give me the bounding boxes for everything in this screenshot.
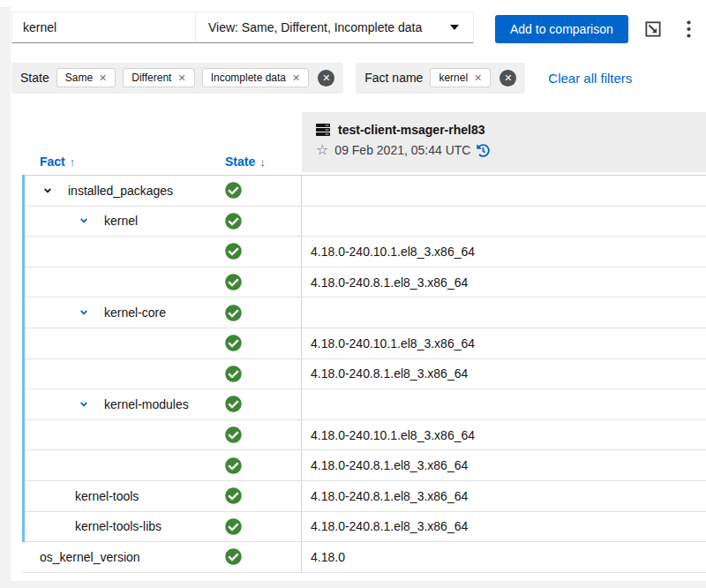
state-column-sort-header[interactable]: State ↓ xyxy=(225,148,302,175)
export-icon xyxy=(645,21,661,37)
page-gutter-bottom xyxy=(0,581,706,588)
fact-cell: kernel xyxy=(22,207,225,237)
table-row: 4.18.0-240.8.1.el8_3.x86_64 xyxy=(22,359,706,390)
expand-chevron-icon[interactable] xyxy=(79,215,89,226)
export-button[interactable] xyxy=(642,19,664,39)
same-state-check-icon xyxy=(225,243,242,260)
table-row: kernel-modules xyxy=(22,389,706,420)
fact-cell: kernel-core xyxy=(22,298,225,328)
fact-cell xyxy=(22,328,225,358)
value-cell: 4.18.0-240.10.1.el8_3.x86_64 xyxy=(302,245,706,259)
close-icon[interactable]: ✕ xyxy=(99,73,107,83)
table-row: installed_packages xyxy=(22,176,706,207)
fact-cell: kernel-tools-libs xyxy=(22,512,225,542)
filter-chip-label: Incomplete data xyxy=(211,72,286,84)
table-row: 4.18.0-240.10.1.el8_3.x86_64 xyxy=(22,328,706,359)
close-icon[interactable]: ✕ xyxy=(474,73,482,83)
value-cell: 4.18.0-240.8.1.el8_3.x86_64 xyxy=(302,366,706,381)
server-icon xyxy=(316,123,330,137)
filter-chip: kernel✕ xyxy=(430,68,491,87)
state-cell xyxy=(225,237,302,267)
expand-chevron-icon[interactable] xyxy=(79,399,89,410)
fact-name-label: kernel-tools xyxy=(75,489,139,503)
state-cell xyxy=(225,512,302,542)
system-updated-timestamp: 09 Feb 2021, 05:44 UTC xyxy=(334,143,470,157)
system-name: test-client-msager-rhel83 xyxy=(338,123,485,137)
state-cell xyxy=(225,420,302,450)
page-gutter-left xyxy=(0,7,11,588)
fact-name-label: installed_packages xyxy=(68,184,173,198)
state-cell xyxy=(225,481,302,511)
state-cell xyxy=(225,389,302,419)
close-icon[interactable]: ✕ xyxy=(177,73,185,83)
fact-name-chip-group: Fact name kernel✕ ✕ xyxy=(356,63,525,94)
table-row: 4.18.0-240.10.1.el8_3.x86_64 xyxy=(22,237,706,268)
filter-combo: View: Same, Different, Incomplete data xyxy=(11,11,474,43)
same-state-check-icon xyxy=(225,274,242,290)
fact-cell xyxy=(22,268,225,298)
same-state-check-icon xyxy=(225,518,242,535)
value-cell: 4.18.0-240.8.1.el8_3.x86_64 xyxy=(302,458,706,472)
table-row: 4.18.0-240.10.1.el8_3.x86_64 xyxy=(22,420,706,451)
same-state-check-icon xyxy=(225,213,242,230)
state-chip-group-close-button[interactable]: ✕ xyxy=(318,70,334,87)
fact-name-label: os_kernel_version xyxy=(40,550,140,564)
state-cell xyxy=(225,176,302,206)
history-icon[interactable] xyxy=(477,144,490,157)
same-state-check-icon xyxy=(225,457,242,474)
fact-name-chip-group-close-button[interactable]: ✕ xyxy=(499,70,516,87)
kebab-menu-button[interactable] xyxy=(678,19,699,39)
table-row: kernel xyxy=(22,207,706,237)
clear-all-filters-link[interactable]: Clear all filters xyxy=(548,71,632,86)
view-filter-dropdown[interactable]: View: Same, Different, Incomplete data xyxy=(196,12,473,42)
sort-ascending-icon: ↑ xyxy=(70,155,76,169)
table-row: kernel-core xyxy=(22,298,706,328)
fact-table-body: installed_packageskernel4.18.0-240.10.1.… xyxy=(22,175,706,573)
same-state-check-icon xyxy=(225,305,242,321)
fact-cell xyxy=(22,450,225,480)
table-row: os_kernel_version4.18.0 xyxy=(22,542,706,573)
chip-group-label: Fact name xyxy=(364,71,423,85)
table-row: 4.18.0-240.8.1.el8_3.x86_64 xyxy=(22,268,706,298)
fact-column-sort-header[interactable]: Fact ↑ xyxy=(22,148,225,175)
chevron-down-icon xyxy=(450,25,459,30)
same-state-check-icon xyxy=(225,426,242,443)
close-icon[interactable]: ✕ xyxy=(292,73,300,83)
value-cell: 4.18.0-240.8.1.el8_3.x86_64 xyxy=(302,275,706,290)
fact-cell: kernel-modules xyxy=(22,389,225,419)
filter-chip-label: Different xyxy=(131,72,171,84)
state-chips: Same✕Different✕Incomplete data✕ xyxy=(56,68,310,87)
fact-name-label: kernel-tools-libs xyxy=(75,519,161,533)
fact-name-label: kernel xyxy=(104,214,138,228)
filter-chip: Same✕ xyxy=(56,68,116,87)
fact-cell: kernel-tools xyxy=(22,481,225,511)
filter-chip-label: kernel xyxy=(439,72,468,84)
fact-search-input[interactable] xyxy=(12,12,196,42)
kebab-icon xyxy=(687,20,691,38)
fact-cell: os_kernel_version xyxy=(22,542,225,572)
same-state-check-icon xyxy=(225,396,242,412)
state-cell xyxy=(225,450,302,480)
state-cell xyxy=(225,328,302,358)
state-cell xyxy=(225,298,302,328)
same-state-check-icon xyxy=(225,548,242,565)
chip-group-label: State xyxy=(20,71,49,85)
expand-chevron-icon[interactable] xyxy=(79,307,89,318)
table-row: kernel-tools4.18.0-240.8.1.el8_3.x86_64 xyxy=(22,481,706,512)
favorite-star-icon[interactable]: ☆ xyxy=(316,143,328,157)
add-to-comparison-button[interactable]: Add to comparison xyxy=(495,15,628,43)
expand-chevron-icon[interactable] xyxy=(42,185,53,196)
same-state-check-icon xyxy=(225,182,242,199)
same-state-check-icon xyxy=(225,335,242,351)
value-cell: 4.18.0-240.10.1.el8_3.x86_64 xyxy=(302,428,706,442)
table-row: kernel-tools-libs4.18.0-240.8.1.el8_3.x8… xyxy=(22,512,706,543)
table-column-headers: Fact ↑ State ↓ xyxy=(22,148,302,175)
fact-cell xyxy=(22,237,225,267)
system-column-header: test-client-msager-rhel83 ☆ 09 Feb 2021,… xyxy=(302,112,706,172)
value-cell: 4.18.0-240.8.1.el8_3.x86_64 xyxy=(302,489,706,503)
filter-chip: Different✕ xyxy=(123,68,194,87)
state-cell xyxy=(225,359,302,389)
fact-name-label: kernel-core xyxy=(104,305,166,320)
same-state-check-icon xyxy=(225,487,242,504)
state-cell xyxy=(225,207,302,237)
